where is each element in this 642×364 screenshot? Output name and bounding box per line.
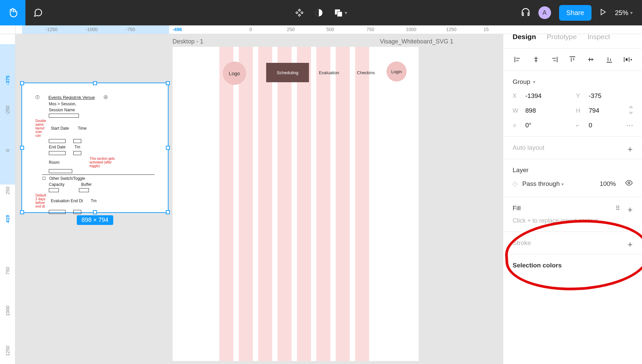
ruler-tick: 1250 bbox=[5, 346, 10, 356]
ruler-tick: 250 bbox=[5, 187, 10, 194]
svg-rect-2 bbox=[337, 12, 342, 17]
canvas[interactable]: Desktop - 1 Visage_Whiteboard_SVG 1 Logo… bbox=[15, 34, 503, 364]
align-right-icon[interactable] bbox=[549, 54, 559, 65]
add-auto-layout-button[interactable]: + bbox=[628, 144, 633, 154]
blend-mode-dropdown[interactable]: Pass through ▾ bbox=[522, 180, 564, 188]
avatar[interactable]: A bbox=[538, 6, 551, 19]
auto-layout-section: Auto layout + bbox=[503, 137, 642, 159]
headphones-icon[interactable] bbox=[521, 7, 530, 18]
ruler-tick: -496 bbox=[173, 27, 182, 32]
ruler-tick: 0 bbox=[249, 27, 252, 32]
add-stroke-button[interactable]: + bbox=[628, 239, 633, 250]
layer-title: Layer bbox=[513, 166, 633, 174]
align-left-icon[interactable] bbox=[513, 54, 523, 65]
frame-label-desktop[interactable]: Desktop - 1 bbox=[173, 38, 203, 45]
radius-icon: ⌐ bbox=[576, 122, 584, 129]
angle-icon: ⟡ bbox=[513, 122, 521, 129]
h-field[interactable]: H794 bbox=[576, 107, 633, 114]
add-fill-button[interactable]: + bbox=[628, 205, 633, 215]
components-icon[interactable] bbox=[295, 0, 304, 25]
logo-placeholder[interactable]: Logo bbox=[223, 62, 246, 85]
ruler-tick: 1250 bbox=[446, 27, 456, 32]
toolbar-center: ▾ bbox=[295, 0, 347, 25]
ruler-tick: 750 bbox=[5, 267, 10, 274]
whiteboard-sketch: ⓛ Events Registrnk Venue ⓞ Mos > Session… bbox=[35, 93, 154, 202]
ruler-tick: 750 bbox=[366, 27, 374, 32]
fill-styles-icon[interactable]: ⠿ bbox=[616, 205, 622, 212]
ruler-vertical[interactable]: -375-250025041975010001250 bbox=[0, 34, 15, 364]
transform-section: Group▾ X-1394 Y-375 W898 H794 ⟡0° ⌐0 ⋯ bbox=[503, 71, 642, 137]
ruler-corner bbox=[0, 25, 15, 34]
ruler-tick: -750 bbox=[126, 27, 135, 32]
dimension-badge: 898 × 794 bbox=[77, 215, 113, 225]
stroke-title: Stroke bbox=[513, 239, 633, 247]
layer-section: Layer ◇ Pass through ▾ 100% bbox=[503, 159, 642, 197]
ruler-tick: 0 bbox=[5, 149, 10, 152]
chevron-down-icon: ▾ bbox=[345, 10, 347, 15]
zoom-dropdown[interactable]: 25% ▾ bbox=[615, 9, 633, 17]
layer-type-dropdown[interactable]: Group▾ bbox=[513, 78, 633, 86]
resize-handle[interactable] bbox=[20, 146, 24, 150]
resize-handle[interactable] bbox=[93, 81, 97, 85]
comment-tool-button[interactable] bbox=[25, 0, 51, 25]
distribute-icon[interactable]: ▾ bbox=[623, 54, 633, 65]
resize-handle[interactable] bbox=[20, 210, 24, 214]
artboard-desktop[interactable]: Logo Scheduling Evaluation Checkins Logi… bbox=[173, 47, 419, 361]
x-field[interactable]: X-1394 bbox=[513, 92, 569, 100]
chevron-down-icon: ▾ bbox=[533, 79, 535, 85]
resize-handle[interactable] bbox=[20, 81, 24, 85]
nav-scheduling[interactable]: Scheduling bbox=[266, 63, 309, 82]
zoom-value: 25% bbox=[615, 9, 628, 17]
y-field[interactable]: Y-375 bbox=[576, 92, 633, 100]
hand-tool-button[interactable] bbox=[0, 0, 25, 25]
layout-grid bbox=[219, 47, 419, 361]
resize-handle[interactable] bbox=[166, 210, 170, 214]
nav-checkins[interactable]: Checkins bbox=[349, 63, 383, 82]
selection-colors-section: Selection colors bbox=[503, 254, 642, 276]
fill-title: Fill bbox=[513, 205, 633, 212]
align-top-icon[interactable] bbox=[567, 54, 577, 65]
resize-handle[interactable] bbox=[93, 210, 97, 214]
fill-section: Fill ⠿ + Click + to replace mixed conten… bbox=[503, 197, 642, 232]
visibility-toggle-icon[interactable] bbox=[625, 179, 633, 188]
stroke-section: Stroke + bbox=[503, 232, 642, 254]
ruler-tick: 1000 bbox=[406, 27, 416, 32]
fill-mixed-hint: Click + to replace mixed content. bbox=[513, 217, 633, 224]
ruler-tick: 419 bbox=[5, 215, 10, 223]
selection-colors-title: Selection colors bbox=[513, 262, 633, 269]
login-placeholder[interactable]: Login bbox=[387, 62, 407, 82]
opacity-field[interactable]: 100% bbox=[600, 180, 616, 188]
boolean-ops-button[interactable]: ▾ bbox=[334, 0, 347, 25]
toolbar-right: A Share 25% ▾ bbox=[521, 5, 642, 21]
ruler-tick: 250 bbox=[287, 27, 295, 32]
ruler-tick: -1000 bbox=[86, 27, 98, 32]
constrain-proportions-icon[interactable] bbox=[628, 106, 634, 116]
ruler-tick: -1250 bbox=[45, 27, 58, 32]
present-button[interactable] bbox=[600, 8, 607, 17]
rotation-field[interactable]: ⟡0° bbox=[513, 122, 569, 129]
chevron-down-icon: ▾ bbox=[630, 10, 633, 15]
ruler-tick: 1000 bbox=[5, 306, 10, 316]
align-hcenter-icon[interactable] bbox=[531, 54, 541, 65]
chevron-down-icon: ▾ bbox=[561, 181, 564, 187]
ruler-tick: -375 bbox=[5, 76, 10, 85]
svg-point-3 bbox=[628, 182, 630, 184]
align-vcenter-icon[interactable] bbox=[586, 54, 596, 65]
nav-evaluation[interactable]: Evaluation bbox=[312, 63, 346, 82]
w-field[interactable]: W898 bbox=[513, 107, 569, 114]
blend-mode-icon[interactable]: ◇ bbox=[513, 180, 518, 188]
properties-panel: Design Prototype Inspect ▾ Group▾ X-1394… bbox=[503, 25, 642, 364]
share-button[interactable]: Share bbox=[559, 5, 592, 21]
auto-layout-label: Auto layout bbox=[513, 144, 633, 151]
top-toolbar: ▾ A Share 25% ▾ bbox=[0, 0, 642, 25]
align-bottom-icon[interactable] bbox=[604, 54, 614, 65]
mask-icon[interactable] bbox=[315, 0, 323, 25]
ruler-tick: -250 bbox=[5, 106, 10, 115]
frame-label-visage[interactable]: Visage_Whiteboard_SVG 1 bbox=[380, 38, 453, 45]
more-options-icon[interactable]: ⋯ bbox=[626, 121, 634, 130]
selected-group[interactable]: ⓛ Events Registrnk Venue ⓞ Mos > Session… bbox=[21, 83, 169, 213]
ruler-horizontal[interactable]: -1250-1000-750-49602505007501000125015 bbox=[15, 25, 642, 34]
resize-handle[interactable] bbox=[166, 81, 170, 85]
corner-radius-field[interactable]: ⌐0 ⋯ bbox=[576, 122, 633, 129]
resize-handle[interactable] bbox=[166, 146, 170, 150]
